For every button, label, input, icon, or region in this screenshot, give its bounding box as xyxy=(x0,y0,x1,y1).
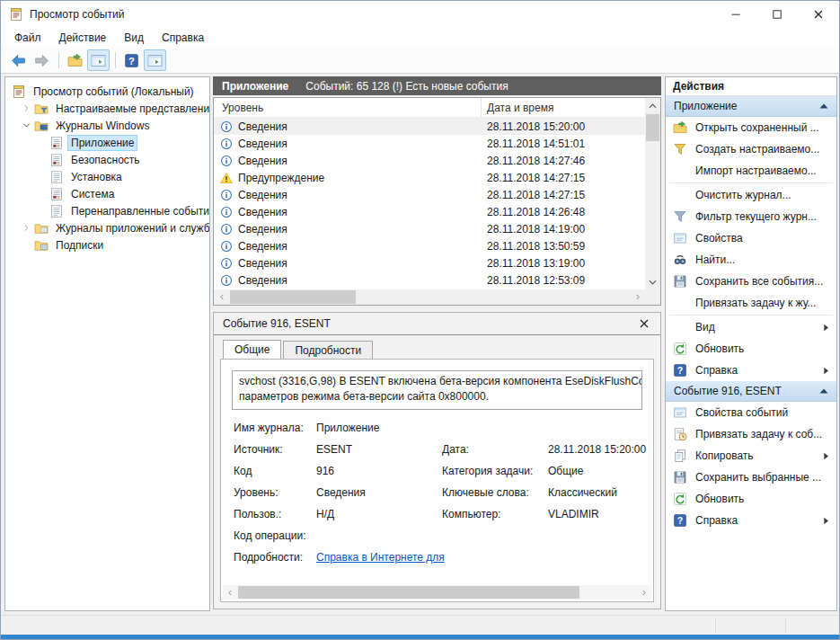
action-attach-task-to-event[interactable]: Привязать задачу к соб... xyxy=(666,423,836,445)
action-filter-current-log[interactable]: Фильтр текущего журн... xyxy=(666,206,836,227)
toggle-action-pane-button[interactable] xyxy=(144,49,166,71)
action-view-submenu[interactable]: Вид xyxy=(666,316,836,338)
action-open-saved-log[interactable]: Открыть сохраненный ... xyxy=(666,117,836,138)
action-import-custom-view[interactable]: Импорт настраиваемо... xyxy=(666,160,836,182)
log-icon xyxy=(49,170,64,184)
event-row[interactable]: Сведения 28.11.2018 14:51:01 xyxy=(214,135,645,152)
action-event-properties[interactable]: Свойства событий xyxy=(666,402,836,423)
tree-item-forwarded-events[interactable]: Перенаправленные события xyxy=(5,202,209,219)
scroll-right-button[interactable] xyxy=(630,289,645,305)
tab-general[interactable]: Общие xyxy=(223,340,281,359)
tab-details[interactable]: Подробности xyxy=(283,341,373,359)
event-row[interactable]: Предупреждение 28.11.2018 14:27:15 xyxy=(214,169,645,186)
info-icon xyxy=(220,240,233,253)
chevron-right-icon[interactable] xyxy=(21,102,32,114)
submenu-arrow-icon xyxy=(823,517,829,525)
scroll-down-button[interactable] xyxy=(645,274,660,289)
action-help-submenu[interactable]: Справка xyxy=(666,360,836,381)
open-saved-log-button[interactable] xyxy=(64,49,86,71)
find-icon xyxy=(672,253,687,267)
action-find[interactable]: Найти... xyxy=(666,249,836,271)
horizontal-scroll-thumb[interactable] xyxy=(238,586,579,599)
tree-item-setup[interactable]: Установка xyxy=(5,168,209,185)
maximize-icon xyxy=(773,10,782,19)
help-button[interactable] xyxy=(120,49,143,71)
save-icon xyxy=(672,470,687,484)
date-value: 28.11.2018 15:20:00 xyxy=(548,443,646,456)
action-save-all-events[interactable]: Сохранить все события... xyxy=(666,271,836,292)
column-header-datetime[interactable]: Дата и время xyxy=(482,98,645,117)
scroll-left-button[interactable] xyxy=(223,585,237,600)
action-refresh[interactable]: Обновить xyxy=(666,338,836,360)
minimize-button[interactable] xyxy=(715,1,756,28)
close-button[interactable] xyxy=(798,1,839,28)
scroll-up-button[interactable] xyxy=(645,98,660,113)
event-row[interactable]: Сведения 28.11.2018 14:27:46 xyxy=(214,152,645,169)
horizontal-scroll-thumb[interactable] xyxy=(230,290,356,304)
chevron-down-icon[interactable] xyxy=(21,120,32,131)
menu-help[interactable]: Справка xyxy=(153,28,213,48)
tree-item-custom-views[interactable]: Настраиваемые представления xyxy=(5,100,209,117)
tree-item-root[interactable]: Просмотр событий (Локальный) xyxy=(5,83,209,100)
event-row[interactable]: Сведения 28.11.2018 14:27:15 xyxy=(214,186,645,203)
action-save-selected-events[interactable]: Сохранить выбранные ... xyxy=(666,467,836,488)
minimize-icon xyxy=(731,10,740,19)
expander-spacer xyxy=(21,239,32,251)
action-refresh-event[interactable]: Обновить xyxy=(666,488,836,510)
event-row[interactable]: Сведения 28.11.2018 15:20:00 xyxy=(214,118,645,135)
forward-button[interactable] xyxy=(31,49,53,71)
event-row[interactable]: Сведения 28.11.2018 13:50:59 xyxy=(214,237,645,254)
action-help-event-submenu[interactable]: Справка xyxy=(666,510,836,531)
event-row[interactable]: Сведения 28.11.2018 13:19:00 xyxy=(214,254,645,271)
window-accent-edge xyxy=(1,635,839,639)
status-separator xyxy=(715,618,716,632)
tree-item-subscriptions[interactable]: Подписки xyxy=(5,236,209,253)
scroll-left-icon xyxy=(217,295,225,300)
scroll-right-button[interactable] xyxy=(637,585,651,600)
copy-icon xyxy=(672,449,687,463)
actions-section-event[interactable]: Событие 916, ESENT xyxy=(666,381,836,402)
detail-horizontal-scrollbar[interactable] xyxy=(223,585,651,600)
menu-action[interactable]: Действие xyxy=(50,28,116,48)
tree-item-system[interactable]: Система xyxy=(5,185,209,202)
event-row[interactable]: Сведения 28.11.2018 14:26:48 xyxy=(214,203,645,220)
event-row[interactable]: Сведения 28.11.2018 12:53:09 xyxy=(214,271,645,289)
tree-item-windows-logs[interactable]: Журналы Windows xyxy=(5,117,209,134)
scroll-left-icon xyxy=(226,590,234,595)
event-fields: Имя журнала: Приложение Источник: ESENT … xyxy=(234,417,646,568)
info-icon xyxy=(220,155,233,167)
tree-item-security[interactable]: Безопасность xyxy=(5,151,209,168)
toggle-console-tree-button[interactable] xyxy=(87,49,110,71)
actions-section-application[interactable]: Приложение xyxy=(666,96,836,117)
chevron-right-icon[interactable] xyxy=(21,222,32,234)
scrollbar-corner xyxy=(645,289,660,305)
scroll-left-button[interactable] xyxy=(214,289,229,305)
action-clear-log[interactable]: Очистить журнал... xyxy=(666,184,836,206)
horizontal-scrollbar[interactable] xyxy=(214,289,645,305)
computer-value: VLADIMIR xyxy=(548,508,646,520)
actions-separator xyxy=(669,182,833,183)
log-name-label: Имя журнала: xyxy=(234,422,316,434)
back-button[interactable] xyxy=(7,49,30,71)
vertical-scroll-thumb[interactable] xyxy=(646,114,659,141)
detail-close-button[interactable] xyxy=(637,316,651,331)
menu-file[interactable]: Файл xyxy=(5,28,50,48)
menu-view[interactable]: Вид xyxy=(115,28,153,48)
column-header-level[interactable]: Уровень xyxy=(214,98,482,117)
tree-item-app-service-logs[interactable]: Журналы приложений и служб xyxy=(5,219,209,236)
maximize-button[interactable] xyxy=(756,1,798,28)
action-create-custom-view[interactable]: Создать настраиваемо... xyxy=(666,138,836,160)
main-area: Просмотр событий (Локальный) Настраиваем… xyxy=(1,74,839,614)
vertical-scrollbar[interactable] xyxy=(645,98,660,289)
event-row[interactable]: Сведения 28.11.2018 14:19:00 xyxy=(214,220,645,237)
collapse-arrow-icon xyxy=(819,388,828,394)
info-icon xyxy=(220,223,233,236)
online-help-link[interactable]: Справка в Интернете для xyxy=(316,551,442,564)
action-attach-task-to-log[interactable]: Привязать задачу к жу... xyxy=(666,292,836,314)
action-properties[interactable]: Свойства xyxy=(666,227,836,249)
info-icon xyxy=(220,257,233,270)
event-description[interactable]: svchost (3316,G,98) В ESENT включена бет… xyxy=(232,370,642,410)
tree-item-application[interactable]: Приложение xyxy=(5,134,209,151)
action-copy-submenu[interactable]: Копировать xyxy=(666,445,836,467)
info-icon xyxy=(220,274,233,287)
